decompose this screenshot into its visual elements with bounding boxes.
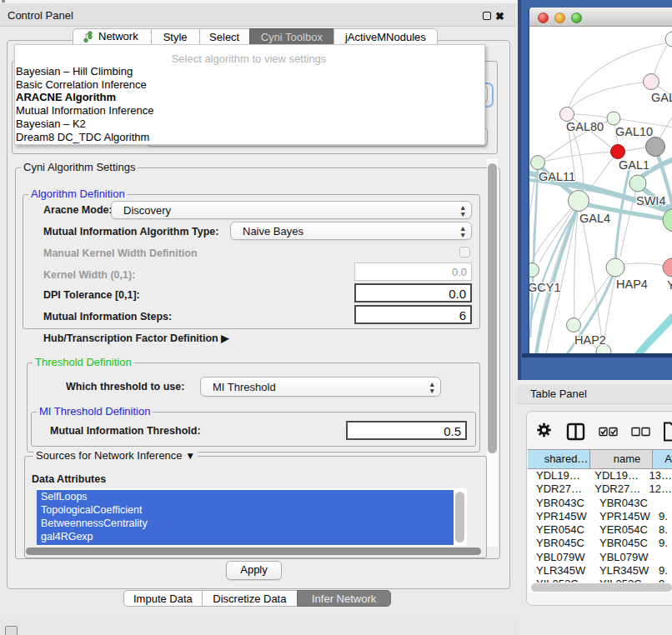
svg-text:SWI4: SWI4 (636, 194, 665, 208)
svg-text:HAP4: HAP4 (616, 278, 648, 291)
svg-text:Y: Y (667, 278, 672, 292)
svg-text:GAL10: GAL10 (615, 125, 653, 138)
svg-text:GAL80: GAL80 (566, 120, 604, 133)
svg-text:GAL11: GAL11 (539, 170, 575, 183)
svg-text:GAL1: GAL1 (619, 158, 649, 172)
svg-text:HAP2: HAP2 (574, 333, 606, 347)
svg-text:GAL: GAL (651, 91, 672, 104)
svg-text:GCY1: GCY1 (529, 281, 561, 294)
svg-text:GAL4: GAL4 (579, 212, 610, 225)
